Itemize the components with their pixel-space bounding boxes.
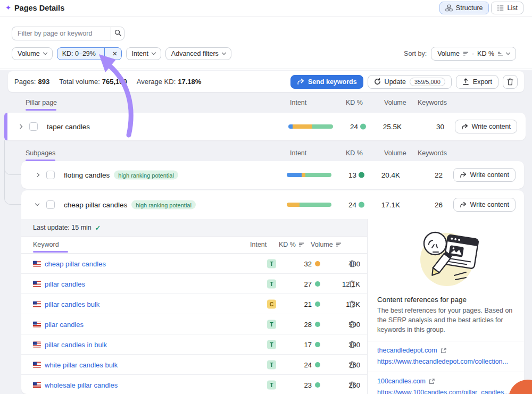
kd-value: 32 (304, 259, 312, 267)
keyword-table-header: Keyword Intent KD % Volume (21, 237, 367, 254)
sort-asc-icon (497, 51, 503, 56)
column-kd: KD % (346, 149, 363, 157)
trash-icon[interactable] (349, 381, 355, 389)
kd-dot (359, 202, 364, 208)
advanced-filters-label: Advanced filters (171, 50, 219, 57)
reference-domain-link[interactable]: thecandledepot.com (377, 347, 514, 354)
intent-badge: C (267, 299, 276, 308)
volume-value: 25.5K (383, 123, 402, 131)
row-checkbox[interactable] (46, 200, 55, 209)
content-references-illustration (368, 219, 524, 288)
sort-icon (336, 242, 342, 247)
volume-filter-chip[interactable]: Volume (12, 47, 53, 60)
list-view-button[interactable]: List (491, 2, 523, 14)
volume-value: 20.4K (381, 171, 400, 179)
advanced-filters-chip[interactable]: Advanced filters (165, 47, 231, 60)
column-kd-sort[interactable]: KD % (279, 241, 304, 248)
kd-dot (359, 172, 364, 178)
pillar-section-header: Pillar page Intent KD % Volume Keywords (0, 99, 532, 110)
total-volume-stat: Total volume:765,160 (59, 78, 127, 86)
expand-chevron-right-icon[interactable] (16, 122, 24, 131)
subpages-label: Subpages (26, 149, 55, 157)
write-content-button[interactable]: Write content (453, 168, 516, 182)
keyword-link[interactable]: white pillar candles bulk (45, 361, 118, 368)
kd-dot (315, 261, 320, 266)
subpage-row[interactable]: cheap pillar candles high ranking potent… (21, 190, 524, 219)
delete-button[interactable] (503, 75, 518, 89)
search-button[interactable] (111, 27, 124, 40)
intent-filter-label: Intent (132, 50, 148, 57)
kd-filter-label: KD: 0–29% (57, 50, 101, 57)
keyword-link[interactable]: pilar candles (45, 320, 84, 328)
sort-secondary-label: KD % (477, 50, 494, 57)
write-content-label: Write content (470, 201, 509, 208)
send-keywords-button[interactable]: Send keywords (290, 75, 363, 89)
reference-domain-link[interactable]: 100candles.com (377, 378, 514, 385)
us-flag-icon (33, 362, 41, 367)
kd-filter-remove-button[interactable]: ✕ (109, 48, 121, 60)
search-input[interactable] (12, 27, 111, 40)
column-keywords: Keywords (418, 99, 447, 106)
kd-value: 24 (348, 201, 356, 209)
column-volume: Volume (384, 149, 406, 157)
column-keywords: Keywords (418, 149, 447, 157)
column-volume-sort[interactable]: Volume (311, 241, 342, 248)
pillar-page-row[interactable]: taper candles 24 25.5K 30 Write content (4, 113, 526, 140)
keyword-link[interactable]: pillar candles bulk (45, 300, 99, 308)
column-intent: Intent (250, 241, 267, 248)
main-area: Pages:893 Total volume:765,160 Average K… (0, 70, 532, 394)
reference-url-link[interactable]: https://www.100candles.com/pillar_candle… (377, 389, 514, 394)
pillar-page-name: taper candles (47, 123, 90, 131)
sort-select[interactable]: Volume - KD % (431, 47, 516, 61)
share-arrow-icon (461, 123, 468, 130)
trash-icon[interactable] (349, 280, 355, 288)
kd-value: 13 (348, 171, 356, 179)
sort-by-label: Sort by: (404, 50, 427, 57)
reference-item: thecandledepot.com https://www.thecandle… (368, 341, 524, 372)
kd-dot (315, 301, 320, 307)
top-bar: ✦ Pages Details Structure List (0, 0, 532, 16)
kd-filter-chip[interactable]: KD: 0–29% ✕ (57, 47, 122, 60)
collapse-chevron-down-icon[interactable] (33, 200, 41, 209)
expand-chevron-right-icon[interactable] (33, 171, 41, 179)
intent-bar (287, 173, 331, 177)
write-content-label: Write content (472, 123, 511, 130)
keyword-link[interactable]: cheap pillar candles (45, 259, 106, 267)
structure-label: Structure (456, 4, 483, 12)
kd-value: 24 (304, 361, 312, 368)
trash-icon[interactable] (349, 260, 355, 267)
write-content-label: Write content (470, 171, 509, 179)
trash-icon[interactable] (349, 341, 355, 348)
keyword-underline-annotation (33, 251, 68, 253)
us-flag-icon (33, 301, 41, 307)
trash-icon[interactable] (349, 321, 355, 328)
share-arrow-icon (297, 78, 304, 85)
filter-bar: Volume KD: 0–29% ✕ Intent Advanced filte… (0, 16, 532, 69)
us-flag-icon (33, 341, 41, 347)
us-flag-icon (33, 261, 41, 266)
write-content-button[interactable]: Write content (455, 120, 517, 133)
keyword-link[interactable]: pillar candles in bulk (45, 340, 107, 348)
row-checkbox[interactable] (29, 122, 38, 131)
update-button[interactable]: Update 359/5,000 (368, 75, 452, 89)
keyword-link[interactable]: wholesale pillar candles (45, 381, 118, 389)
keywords-count: 30 (436, 123, 444, 131)
list-icon (497, 4, 504, 12)
intent-filter-chip[interactable]: Intent (126, 47, 161, 60)
keyword-row: pillar candles T 27 12.1K (21, 274, 367, 294)
intent-badge: T (267, 380, 276, 389)
pages-details-screen: ✦ Pages Details Structure List Volume (0, 0, 532, 394)
subpage-row[interactable]: floting candles high ranking potential 1… (21, 161, 524, 189)
reference-url-link[interactable]: https://www.thecandledepot.com/collectio… (377, 358, 514, 365)
write-content-button[interactable]: Write content (453, 198, 516, 212)
trash-icon[interactable] (349, 361, 355, 368)
kd-dot (315, 382, 320, 388)
external-link-icon (429, 379, 435, 384)
structure-view-button[interactable]: Structure (439, 2, 489, 14)
row-checkbox[interactable] (46, 171, 55, 179)
trash-icon[interactable] (349, 300, 355, 308)
keyword-link[interactable]: pillar candles (45, 280, 85, 288)
keyword-row: wholesale pillar candles T 23 260 (21, 375, 367, 394)
export-button[interactable]: Export (456, 75, 498, 89)
subpage-name: floting candles (64, 171, 110, 179)
